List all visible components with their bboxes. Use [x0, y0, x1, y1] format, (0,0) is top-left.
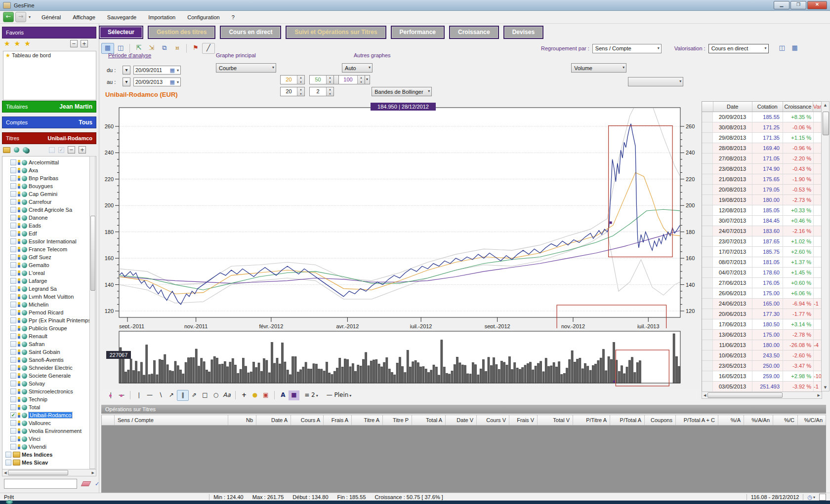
arrow-tool[interactable]: ↗ — [166, 390, 177, 400]
stock-list-item[interactable]: Edf — [8, 230, 96, 237]
expand-button[interactable]: + — [81, 40, 88, 47]
calendar-icon[interactable]: ▦ — [170, 79, 175, 85]
confirm-check-icon[interactable]: ✓ — [95, 481, 99, 487]
ops-col-titre-p[interactable]: Titre P — [383, 415, 412, 425]
stock-checkbox[interactable] — [10, 388, 16, 394]
ops-col-c[interactable]: %/C — [773, 415, 798, 425]
operations-table-header[interactable]: Sens / CompteNbDate ACours AFrais ATitre… — [101, 415, 826, 426]
quote-row[interactable]: 23/07/2013187.65+1.02 % — [702, 236, 822, 247]
quote-row[interactable]: 17/07/2013185.75+2.60 % — [702, 247, 822, 257]
menu-affichage[interactable]: Affichage — [67, 12, 101, 22]
quote-row[interactable]: 21/08/2013175.65-1.90 % — [702, 174, 822, 185]
stock-list-item[interactable]: Sanofi-Aventis — [8, 356, 96, 364]
stock-checkbox[interactable] — [10, 191, 16, 197]
quote-row[interactable]: 17/06/2013180.50+3.14 % — [702, 319, 822, 330]
collapse-button[interactable]: − — [70, 40, 78, 47]
stock-list-item[interactable]: Credit Agricole Sa — [8, 206, 96, 214]
scale-select[interactable]: Auto▾ — [342, 63, 373, 73]
stock-list-hscrollbar[interactable]: ◀▶ — [2, 469, 96, 476]
stock-list-scrollbar[interactable] — [89, 156, 95, 469]
stock-list-item[interactable]: Danone — [8, 214, 96, 222]
ops-col-coupons[interactable]: Coupons — [645, 415, 676, 425]
ops-col-a[interactable]: %/A — [718, 415, 744, 425]
quote-row[interactable]: 20/08/2013179.05-0.53 % — [702, 185, 822, 195]
nav-dropdown-icon[interactable]: ▾ — [29, 15, 31, 19]
line-width-select[interactable]: ≡ 2▾ — [299, 390, 323, 400]
autre-graphe-select-2[interactable]: ▾ — [628, 77, 683, 86]
tab-s-lecteur[interactable]: Sélecteur — [99, 26, 143, 39]
ops-col-c-an[interactable]: %/C/An — [798, 415, 826, 425]
quote-row[interactable]: 27/06/2013176.05+0.60 % — [702, 278, 822, 288]
quote-row[interactable]: 03/05/2013251.493-3.92 %-1 — [702, 382, 822, 392]
stock-checkbox[interactable] — [10, 286, 16, 292]
stock-checkbox[interactable] — [10, 381, 16, 387]
annotation-bubble-tool[interactable]: ● — [249, 390, 260, 400]
ellipse-tool[interactable]: ○ — [210, 390, 221, 400]
check-all-box[interactable]: ✓ — [58, 147, 64, 153]
menu-g-n-ral[interactable]: Général — [36, 12, 67, 22]
stock-list-item[interactable]: Saint Gobain — [8, 348, 96, 356]
clock-icon[interactable]: ◷ — [807, 494, 812, 501]
stock-list-item[interactable]: Carrefour — [8, 198, 96, 206]
eraser-icon[interactable] — [81, 481, 91, 486]
title-bar[interactable]: GesFine ▁ ❐ ✕ — [0, 0, 830, 11]
ops-col-p-total-a-c[interactable]: P/Total A + C — [676, 415, 718, 425]
au-preset-dropdown[interactable]: ▾ — [123, 78, 130, 86]
stock-list-item[interactable]: Cap Gemini — [8, 190, 96, 198]
fill-color-tool[interactable]: ■ — [289, 390, 299, 400]
quote-row[interactable]: 23/08/2013174.90-0.43 % — [702, 164, 822, 174]
stock-checkbox[interactable] — [10, 231, 16, 236]
parallel-arrow-tool[interactable]: ⇗ — [189, 390, 200, 400]
parallel-lines-tool[interactable]: ∥ — [177, 390, 189, 401]
ops-col-titre-a[interactable]: Titre A — [352, 415, 383, 425]
favorite-remove-icon[interactable]: ★ — [24, 39, 31, 47]
stock-list-item[interactable]: Technip — [8, 395, 96, 403]
du-preset-dropdown[interactable]: ▾ — [123, 66, 130, 75]
tab-croissance[interactable]: Croissance — [449, 26, 499, 39]
text-tool[interactable]: Aa — [221, 390, 232, 400]
stock-checkbox[interactable] — [10, 325, 16, 331]
bollinger-dev-spinner[interactable]: 2▲▼ — [309, 87, 334, 96]
duplicate-icon[interactable]: ⧉ — [158, 43, 171, 54]
filter-flag-icon[interactable]: ⚑ — [189, 43, 202, 54]
stock-list-item[interactable]: Bouygues — [8, 182, 96, 190]
stock-checkbox[interactable] — [10, 199, 16, 205]
vertical-line-tool[interactable]: ∣ — [133, 390, 144, 400]
titulaires-bar[interactable]: Titulaires Jean Martin — [2, 101, 96, 113]
ops-col-date-a[interactable]: Date A — [256, 415, 291, 425]
ops-col-a-an[interactable]: %/A/An — [744, 415, 773, 425]
vertical-marker-tool[interactable]: ∣ — [105, 390, 116, 400]
quote-row[interactable]: 08/07/2013181.05+1.37 % — [702, 257, 822, 268]
column-picker-icon[interactable]: ◫ — [776, 43, 788, 54]
quote-row[interactable]: 16/05/2013259.00+2.98 %-10 — [702, 371, 822, 382]
stock-checkbox[interactable] — [10, 159, 16, 165]
au-date-field[interactable]: 20/09/2013 ▦ ▾ — [133, 78, 181, 86]
stock-checkbox[interactable]: ✓ — [10, 412, 16, 418]
back-button[interactable]: ← — [3, 12, 14, 22]
add-folder-icon[interactable] — [3, 147, 10, 153]
stock-list-item[interactable]: Gemalto — [8, 261, 96, 269]
stock-checkbox[interactable] — [10, 444, 16, 450]
maximize-button[interactable]: ❐ — [790, 1, 806, 9]
tab-cours-en-direct[interactable]: Cours en direct — [220, 26, 281, 39]
folder-checkbox[interactable] — [5, 460, 11, 465]
stock-checkbox[interactable] — [10, 310, 16, 315]
forward-button[interactable]: → — [15, 12, 26, 22]
stock-checkbox[interactable] — [10, 365, 16, 371]
menu-configuration[interactable]: Configuration — [181, 12, 225, 22]
stock-checkbox[interactable] — [10, 223, 16, 229]
stock-checkbox[interactable] — [10, 278, 16, 284]
ops-col-rowheader[interactable] — [102, 415, 115, 425]
stock-list-item[interactable]: Societe Generale — [8, 372, 96, 380]
ops-col-total-v[interactable]: Total V — [538, 415, 573, 425]
stock-checkbox[interactable] — [10, 428, 16, 434]
stock-checkbox[interactable] — [10, 357, 16, 363]
autre-graphe-select[interactable]: Volume▾ — [571, 63, 626, 73]
operations-table-body[interactable] — [101, 426, 826, 493]
stock-list-item[interactable]: Schneider Electric — [8, 364, 96, 372]
font-color-tool[interactable]: A — [278, 390, 289, 400]
stock-checkbox[interactable] — [10, 436, 16, 442]
stock-checkbox[interactable] — [10, 420, 16, 426]
quote-row[interactable]: 20/09/2013185.55+8.35 % — [702, 112, 822, 122]
ops-col-p-titre-a[interactable]: P/Titre A — [573, 415, 610, 425]
